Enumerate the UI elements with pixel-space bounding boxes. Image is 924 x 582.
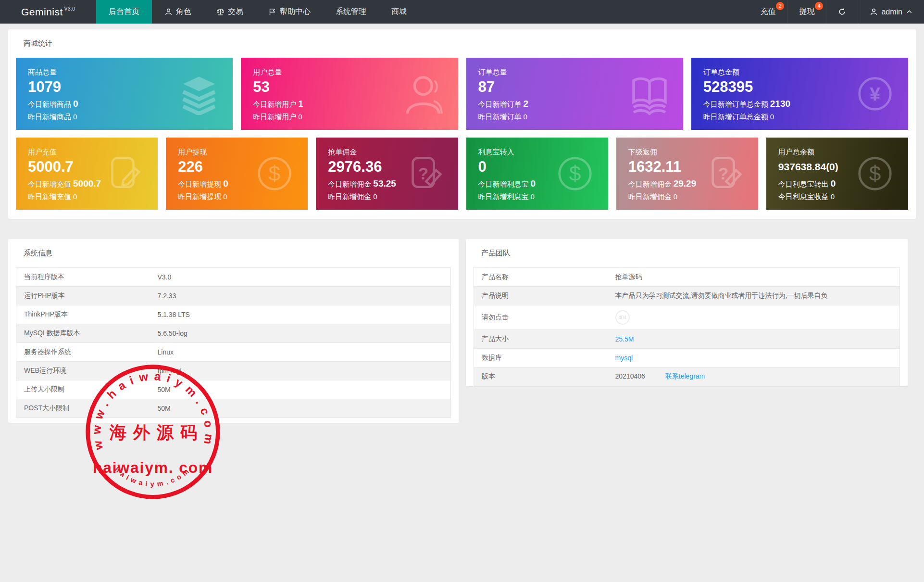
product-size-link[interactable]: 25.5M <box>615 335 634 343</box>
app-version: V3.0 <box>64 6 75 12</box>
edit-doc-icon <box>707 156 743 191</box>
database-link[interactable]: mysql <box>615 354 633 362</box>
book-icon <box>628 73 671 115</box>
product-team-table: 产品名称抢单源码 产品说明本产品只为学习测试交流,请勿要做商业或者用于违法行为,… <box>474 267 900 386</box>
table-row: 产品说明本产品只为学习测试交流,请勿要做商业或者用于违法行为,一切后果自负 <box>474 287 900 305</box>
stat-card-order-amount: 订单总金额 528395 今日新增订单总金额2130 昨日新增订单总金额0 <box>691 58 908 130</box>
stats-row-1: 商品总量 1079 今日新增商品0 昨日新增商品0 用户总量 53 今日新增用户… <box>8 58 916 130</box>
recharge-button[interactable]: 充值 2 <box>749 0 787 24</box>
product-team-panel: 产品团队 产品名称抢单源码 产品说明本产品只为学习测试交流,请勿要做商业或者用于… <box>466 239 908 386</box>
stat-card-total-balance: 用户总余额 937638.84(0) 今日利息宝转出0 今日利息宝收益0 <box>766 138 908 210</box>
stat-card-recharge: 用户充值 5000.7 今日新增充值5000.7 昨日新增充值0 <box>16 138 158 210</box>
username: admin <box>881 8 902 16</box>
navbar-right: 充值 2 提现 4 admin <box>749 0 924 24</box>
table-row: ThinkPHP版本5.1.38 LTS <box>16 305 451 324</box>
recharge-badge: 2 <box>776 2 784 10</box>
stat-card-commission: 抢单佣金 2976.36 今日新增佣金53.25 昨日新增佣金0 <box>316 138 458 210</box>
flag-icon <box>268 8 276 16</box>
table-row: 版本20210406联系telegram <box>474 367 900 386</box>
dollar-circle-icon <box>557 156 593 191</box>
system-info-panel: 系统信息 当前程序版本V3.0 运行PHP版本7.2.33 ThinkPHP版本… <box>8 239 459 423</box>
stat-card-withdraw: 用户提现 226 今日新增提现0 昨日新增提现0 <box>166 138 308 210</box>
user-icon <box>164 8 173 16</box>
menu-item-trade[interactable]: 交易 <box>204 0 256 24</box>
main-menu: 后台首页 角色 交易 帮助中心 系统管理 商城 <box>96 0 419 24</box>
menu-item-roles[interactable]: 角色 <box>152 0 204 24</box>
mall-stats-panel: 商城统计 商品总量 1079 今日新增商品0 昨日新增商品0 用户总量 53 今… <box>8 29 916 219</box>
table-row: 请勿点击404 <box>474 305 900 330</box>
404-icon[interactable]: 404 <box>615 310 630 325</box>
yen-circle-icon <box>857 76 893 112</box>
stat-card-products: 商品总量 1079 今日新增商品0 昨日新增商品0 <box>16 58 233 130</box>
table-row: 数据库mysql <box>474 349 900 367</box>
table-row: WEB运行环境fpm-fcgi <box>16 362 451 380</box>
telegram-link[interactable]: 联系telegram <box>665 372 705 380</box>
stats-panel-title: 商城统计 <box>8 29 916 58</box>
withdraw-button[interactable]: 提现 4 <box>787 0 826 24</box>
system-info-table: 当前程序版本V3.0 运行PHP版本7.2.33 ThinkPHP版本5.1.3… <box>16 267 451 418</box>
version-number: 20210406 <box>615 372 645 380</box>
menu-item-system[interactable]: 系统管理 <box>323 0 379 24</box>
table-row: 上传大小限制50M <box>16 380 451 399</box>
table-row: MySQL数据库版本5.6.50-log <box>16 324 451 343</box>
stats-row-2: 用户充值 5000.7 今日新增充值5000.7 昨日新增充值0 用户提现 22… <box>8 138 916 210</box>
menu-item-help-center[interactable]: 帮助中心 <box>256 0 323 24</box>
dollar-circle-icon <box>857 156 893 191</box>
stamp-main-text: haiwaiym. com <box>93 459 213 476</box>
stat-card-users: 用户总量 53 今日新增用户1 昨日新增用户0 <box>241 58 458 130</box>
menu-item-mall[interactable]: 商城 <box>379 0 419 24</box>
app-logo-text: Geminist <box>21 6 63 18</box>
app-logo: Geminist V3.0 <box>0 0 96 24</box>
svg-text:haiwaiym.com: haiwaiym.com <box>113 466 192 488</box>
menu-item-dashboard[interactable]: 后台首页 <box>96 0 152 24</box>
table-row: 产品大小25.5M <box>474 330 900 349</box>
table-row: 当前程序版本V3.0 <box>16 268 451 287</box>
edit-doc-icon <box>407 156 443 191</box>
edit-icon <box>107 156 142 191</box>
stamp-cn-text: 海外源码 <box>109 423 204 442</box>
table-row: 运行PHP版本7.2.33 <box>16 287 451 305</box>
top-navbar: Geminist V3.0 后台首页 角色 交易 帮助中心 系统管理 商城 充值… <box>0 0 924 24</box>
chevron-up-icon <box>906 9 912 15</box>
system-info-title: 系统信息 <box>8 239 459 267</box>
user-icon <box>403 73 446 115</box>
product-team-title: 产品团队 <box>466 239 908 267</box>
stamp-bottom-text: haiwaiym.com <box>113 466 192 488</box>
refresh-button[interactable] <box>826 0 858 24</box>
table-row: 服务器操作系统Linux <box>16 343 451 362</box>
stat-card-interest-in: 利息宝转入 0 今日新增利息宝0 昨日新增利息宝0 <box>466 138 608 210</box>
scales-icon <box>216 8 225 16</box>
stat-card-orders: 订单总量 87 今日新增订单2 昨日新增订单0 <box>466 58 683 130</box>
user-menu[interactable]: admin <box>858 0 924 24</box>
table-row: 产品名称抢单源码 <box>474 268 900 287</box>
user-icon <box>870 8 878 16</box>
withdraw-badge: 4 <box>815 2 823 10</box>
stat-card-sub-rebate: 下级返佣 1632.11 今日新增佣金29.29 昨日新增佣金0 <box>616 138 758 210</box>
dollar-circle-icon <box>257 156 292 191</box>
refresh-icon <box>838 8 846 16</box>
layers-icon <box>178 73 220 115</box>
table-row: POST大小限制50M <box>16 399 451 418</box>
